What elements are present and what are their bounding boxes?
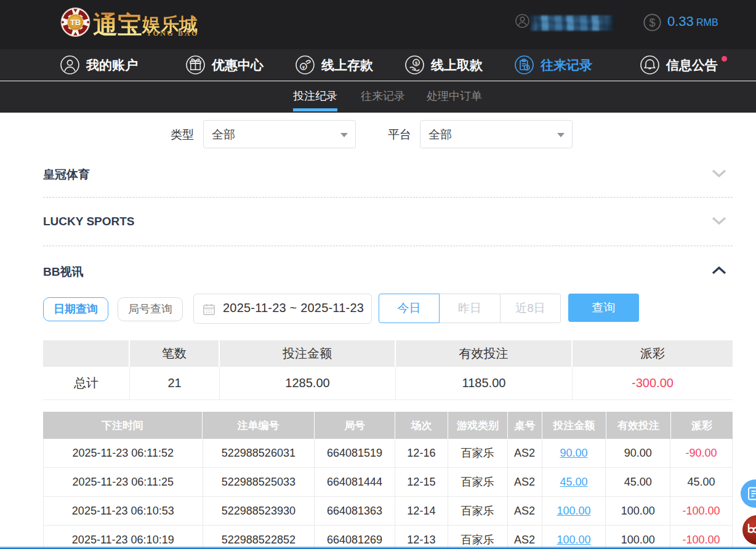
svg-text:TB: TB xyxy=(70,18,81,27)
svg-text:$: $ xyxy=(415,60,418,66)
svg-text:¥: ¥ xyxy=(302,65,305,70)
svg-text:$: $ xyxy=(649,17,655,29)
